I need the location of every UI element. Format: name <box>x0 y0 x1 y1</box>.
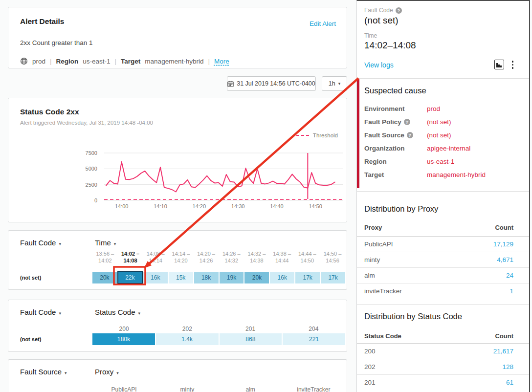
fault-source-dimension-dropdown[interactable]: Fault Source▾ <box>20 368 67 376</box>
heatmap-cell[interactable]: 16k <box>143 272 168 283</box>
cause-label: Environment <box>364 105 405 112</box>
table-row: alm24 <box>357 267 529 283</box>
svg-text:7500: 7500 <box>86 150 97 156</box>
target-label: Target <box>121 58 140 65</box>
heatmap-cell[interactable]: 1.4k <box>156 333 219 345</box>
more-link[interactable]: More <box>214 58 229 65</box>
cause-label-text: Target <box>364 171 384 178</box>
heatmap-cell[interactable]: 22k <box>118 272 142 283</box>
heatmap-cell[interactable]: 15k <box>169 272 193 283</box>
heatmap-cell[interactable]: 16k <box>270 272 294 283</box>
status-code-header: 204 <box>282 326 345 332</box>
status-code-name: 202 <box>364 363 376 370</box>
proxy-headers: PublicAPImintyalminviteTracker <box>92 386 345 392</box>
edit-alert-link[interactable]: Edit Alert <box>310 20 336 27</box>
heatmap-cell[interactable]: 20k <box>244 272 269 283</box>
date-range-button[interactable]: 31 Jul 2019 14:56 UTC-0400 <box>227 76 316 91</box>
chevron-down-icon: ▾ <box>65 370 67 375</box>
count-link[interactable]: 1 <box>510 287 513 295</box>
line-chart: 025005000750014:0014:1014:2014:3014:4014… <box>8 98 347 222</box>
detail-side-panel: Fault Code ? (not set) Time 14:02–14:08 … <box>356 0 530 392</box>
heatmap-cell[interactable]: 19k <box>220 272 244 283</box>
interval-dropdown[interactable]: 1h ▾ <box>322 76 347 91</box>
proxy-name: alm <box>364 272 375 279</box>
svg-text:14:20: 14:20 <box>193 203 206 209</box>
cause-label-text: Fault Source <box>364 131 404 139</box>
status-code-header: 201 <box>219 326 282 332</box>
help-icon[interactable]: ? <box>407 132 413 138</box>
status-code-header: 202 <box>155 326 219 332</box>
kebab-menu-icon[interactable] <box>511 60 515 70</box>
time-bucket-header: 14:44 –14:50 <box>295 250 320 264</box>
cause-label: Fault Policy? <box>364 118 410 126</box>
view-logs-link[interactable]: View logs <box>364 61 394 69</box>
cause-value: us-east-1 <box>427 158 454 165</box>
time-bucket-header: 14:38 –14:44 <box>269 250 295 264</box>
cause-label-text: Organization <box>364 145 405 152</box>
proxy-header: alm <box>219 386 282 392</box>
time-bucket-header: 14:02 –14:08 <box>118 250 143 264</box>
time-bucket-line1: 14:14 – <box>168 250 194 257</box>
time-bucket-line2: 14:26 <box>194 257 219 264</box>
time-bucket-header: 14:08 –14:14 <box>143 250 168 264</box>
count-link[interactable]: 128 <box>502 363 513 370</box>
svg-text:2500: 2500 <box>86 182 97 188</box>
help-icon[interactable]: ? <box>404 119 410 125</box>
suspected-cause-title: Suspected cause <box>364 86 426 95</box>
time-bucket-header: 14:20 –14:26 <box>194 250 219 264</box>
time-dimension-dropdown[interactable]: Time▾ <box>95 239 116 247</box>
heatmap-cell[interactable]: 221 <box>283 333 345 345</box>
time-bucket-line1: 14:20 – <box>194 250 219 257</box>
table-row: 20021,617 <box>357 343 529 359</box>
heatmap-cell[interactable]: 17k <box>295 272 320 283</box>
suspected-cause-row: Organizationapigee-internal <box>364 145 521 152</box>
time-bucket-header: 14:50 –14:56 <box>320 250 345 264</box>
cause-label: Fault Source? <box>364 131 413 139</box>
fault-code-dimension-dropdown[interactable]: Fault Code▾ <box>20 308 61 316</box>
help-icon[interactable]: ? <box>396 7 402 14</box>
count-link[interactable]: 61 <box>506 379 513 386</box>
table-row: inviteTracker1 <box>357 283 529 299</box>
alert-scope-row: prod | Region us-east-1 | Target managem… <box>20 57 229 65</box>
status-heatmap-row: 180k1.4k868221 <box>92 333 345 345</box>
heatmap-cell[interactable]: 868 <box>220 333 282 345</box>
count-link[interactable]: 21,617 <box>493 348 513 355</box>
count-link[interactable]: 4,671 <box>497 256 513 263</box>
chevron-down-icon: ▾ <box>59 311 61 316</box>
alert-details-card: Alert Details Edit Alert 2xx Count great… <box>8 7 347 68</box>
suspected-cause-row: Fault Source?(not set) <box>364 131 521 139</box>
proxy-header: PublicAPI <box>92 386 155 392</box>
time-bucket-line2: 14:02 <box>92 257 118 264</box>
svg-text:14:40: 14:40 <box>270 203 284 209</box>
date-range-value: 31 Jul 2019 14:56 UTC-0400 <box>237 80 315 87</box>
proxy-dimension-dropdown[interactable]: Proxy▾ <box>95 368 119 376</box>
svg-text:14:10: 14:10 <box>154 203 167 209</box>
heatmap-cell[interactable]: 18k <box>194 272 219 283</box>
cause-value: (not set) <box>427 118 451 126</box>
time-bucket-header: 14:14 –14:20 <box>168 250 194 264</box>
svg-text:5000: 5000 <box>86 166 97 172</box>
table-row: PublicAPI17,129 <box>357 236 529 252</box>
suspected-cause-row: Regionus-east-1 <box>364 158 521 165</box>
heatmap-cell[interactable]: 180k <box>92 333 155 345</box>
heatmap-cell[interactable]: 20k <box>92 272 117 283</box>
chevron-down-icon: ▾ <box>338 81 341 86</box>
count-link[interactable]: 17,129 <box>493 240 513 248</box>
chevron-down-icon: ▾ <box>59 241 61 246</box>
time-bucket-line2: 14:56 <box>320 257 345 264</box>
status-code-header: 200 <box>92 326 155 332</box>
region-label: Region <box>56 58 79 65</box>
cause-label: Region <box>364 158 387 165</box>
status-table-header: Status Code Count <box>357 332 529 344</box>
time-bucket-header: 14:32 –14:38 <box>244 250 269 264</box>
fault-code-dimension-dropdown[interactable]: Fault Code▾ <box>20 239 61 247</box>
svg-text:14:50: 14:50 <box>309 203 322 209</box>
bar-chart-icon[interactable] <box>494 60 504 69</box>
heatmap-cell[interactable]: 17k <box>321 272 345 283</box>
svg-text:0: 0 <box>94 197 97 203</box>
count-link[interactable]: 24 <box>506 272 513 279</box>
series-2xx-line <box>106 162 335 192</box>
status-code-dimension-dropdown[interactable]: Status Code▾ <box>95 308 140 316</box>
cause-value: (not set) <box>427 131 451 139</box>
time-bucket-line2: 14:50 <box>295 257 320 264</box>
